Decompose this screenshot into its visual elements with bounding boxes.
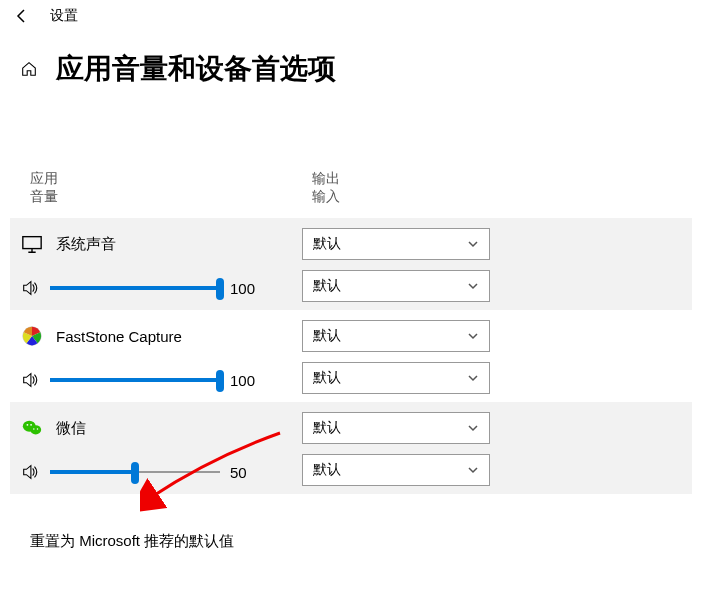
svg-point-3: [30, 425, 41, 434]
col-output-label: 输出: [312, 170, 692, 188]
volume-value: 100: [230, 280, 260, 297]
dropdown-label: 默认: [313, 461, 341, 479]
volume-value: 100: [230, 372, 260, 389]
app-name: FastStone Capture: [56, 328, 182, 345]
dropdown-label: 默认: [313, 419, 341, 437]
window-topbar: 设置: [0, 0, 702, 32]
col-volume-label: 音量: [30, 188, 312, 206]
home-icon: [20, 60, 38, 78]
input-device-select[interactable]: 默认: [302, 270, 490, 302]
title-row: 应用音量和设备首选项: [0, 32, 702, 98]
chevron-down-icon: [467, 280, 479, 292]
svg-point-5: [30, 424, 32, 426]
chevron-down-icon: [467, 422, 479, 434]
page-title: 应用音量和设备首选项: [56, 50, 336, 88]
back-button[interactable]: [12, 6, 32, 26]
input-device-select[interactable]: 默认: [302, 454, 490, 486]
input-device-select[interactable]: 默认: [302, 362, 490, 394]
output-device-select[interactable]: 默认: [302, 320, 490, 352]
faststone-icon: [20, 324, 44, 348]
window-title: 设置: [50, 7, 78, 25]
output-device-select[interactable]: 默认: [302, 228, 490, 260]
svg-rect-0: [23, 237, 41, 249]
app-row-system-sounds: 系统声音 100 默认 默认: [10, 218, 692, 310]
volume-slider[interactable]: [50, 370, 220, 390]
volume-slider[interactable]: [50, 278, 220, 298]
speaker-icon[interactable]: [20, 278, 40, 298]
dropdown-label: 默认: [313, 327, 341, 345]
output-device-select[interactable]: 默认: [302, 412, 490, 444]
app-name: 微信: [56, 419, 86, 438]
app-name: 系统声音: [56, 235, 116, 254]
svg-point-4: [27, 424, 29, 426]
col-app-label: 应用: [30, 170, 312, 188]
chevron-down-icon: [467, 464, 479, 476]
monitor-icon: [20, 232, 44, 256]
wechat-icon: [20, 416, 44, 440]
footer-reset-text: 重置为 Microsoft 推荐的默认值: [10, 494, 692, 551]
chevron-down-icon: [467, 372, 479, 384]
app-row-wechat: 微信 50 默认 默认: [10, 402, 692, 494]
dropdown-label: 默认: [313, 235, 341, 253]
chevron-down-icon: [467, 330, 479, 342]
speaker-icon[interactable]: [20, 462, 40, 482]
chevron-down-icon: [467, 238, 479, 250]
dropdown-label: 默认: [313, 369, 341, 387]
volume-slider[interactable]: [50, 462, 220, 482]
speaker-icon[interactable]: [20, 370, 40, 390]
svg-point-7: [37, 428, 38, 429]
svg-point-6: [33, 428, 34, 429]
column-headers: 应用 音量 输出 输入: [10, 170, 692, 218]
volume-value: 50: [230, 464, 260, 481]
col-input-label: 输入: [312, 188, 692, 206]
dropdown-label: 默认: [313, 277, 341, 295]
app-row-faststone: FastStone Capture 100 默认 默认: [10, 310, 692, 402]
